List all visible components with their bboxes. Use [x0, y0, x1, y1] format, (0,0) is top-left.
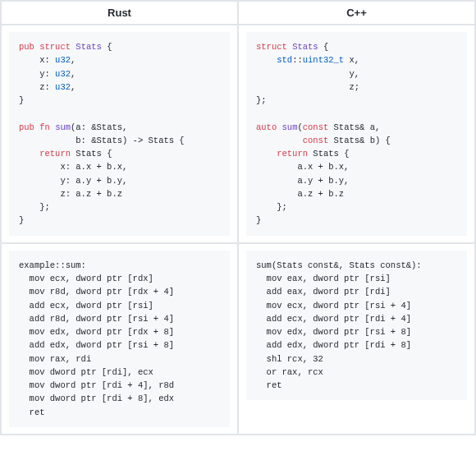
rust-asm-cell: example::sum: mov ecx, dword ptr [rdx] m… [1, 243, 238, 435]
column-header-cpp: C++ [238, 1, 475, 25]
sig: b: &Stats) -> Stats { [19, 136, 185, 145]
type-name: Stats [76, 42, 102, 52]
kw-const: const [303, 122, 329, 132]
field: y, [256, 69, 359, 79]
brace: } [19, 215, 24, 225]
field: x, [344, 55, 359, 65]
sig: (a: &Stats, [71, 122, 127, 132]
comma: , [71, 55, 76, 65]
field: x: [19, 55, 55, 65]
kw-return: return [277, 149, 308, 159]
expr: a.y + b.y, [256, 176, 349, 186]
comparison-table: Rust C++ pub struct Stats { x: u32, y: u… [0, 0, 476, 435]
type-u32: u32 [55, 82, 71, 92]
brace: }; [256, 202, 287, 212]
pad [256, 136, 303, 145]
ns-std: std [277, 55, 292, 65]
expr: a.x + b.x, [256, 162, 349, 172]
expr: z: a.z + b.z [19, 189, 122, 199]
comma: , [71, 82, 76, 92]
brace: } [19, 95, 24, 105]
field: y: [19, 69, 55, 79]
rust-source-cell: pub struct Stats { x: u32, y: u32, z: u3… [1, 25, 238, 243]
scope-op: :: [292, 55, 303, 65]
brace: }; [19, 202, 50, 212]
rust-source-code: pub struct Stats { x: u32, y: u32, z: u3… [9, 32, 230, 236]
brace: }; [256, 95, 267, 105]
fn-name: sum [55, 122, 71, 132]
expr: a.z + b.z [256, 189, 344, 199]
cpp-source-cell: struct Stats { std::uint32_t x, y, z; };… [238, 25, 475, 243]
kw-struct: struct [256, 42, 287, 52]
ret: Stats { [71, 149, 112, 159]
comma: , [71, 69, 76, 79]
expr: y: a.y + b.y, [19, 176, 127, 186]
brace: { [102, 42, 112, 52]
cpp-source-code: struct Stats { std::uint32_t x, y, z; };… [246, 32, 467, 236]
rust-asm-code: example::sum: mov ecx, dword ptr [rdx] m… [9, 251, 230, 427]
kw-pub: pub [19, 42, 34, 52]
kw-fn: fn [39, 122, 50, 132]
brace: { [318, 42, 329, 52]
type-name: Stats [292, 42, 318, 52]
field: z; [256, 82, 359, 92]
kw-return: return [39, 149, 71, 159]
kw-auto: auto [256, 122, 277, 132]
header-text: C++ [346, 7, 367, 19]
kw-const: const [303, 136, 329, 145]
field: z: [19, 82, 55, 92]
type-u32: u32 [55, 55, 71, 65]
brace: } [256, 215, 261, 225]
arg: Stats& b) { [328, 136, 391, 145]
kw-struct: struct [39, 42, 71, 52]
cpp-asm-code: sum(Stats const&, Stats const&): mov eax… [246, 251, 467, 401]
cpp-asm-cell: sum(Stats const&, Stats const&): mov eax… [238, 243, 475, 435]
column-header-rust: Rust [1, 1, 238, 25]
type-u32: u32 [55, 69, 71, 79]
arg: Stats& a, [328, 122, 380, 132]
fn-name: sum [282, 122, 298, 132]
type-uint32: uint32_t [303, 55, 344, 65]
header-text: Rust [108, 7, 131, 19]
ret: Stats { [308, 149, 349, 159]
expr: x: a.x + b.x, [19, 162, 127, 172]
kw-pub: pub [19, 122, 34, 132]
